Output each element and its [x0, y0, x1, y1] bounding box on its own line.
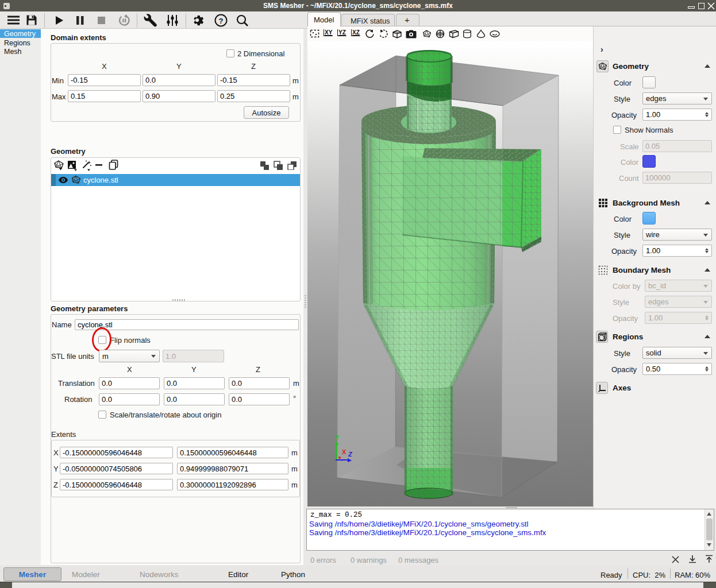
svg-text:Z: Z — [348, 451, 353, 458]
svg-text:X: X — [342, 448, 347, 455]
svg-text:?: ? — [219, 17, 224, 25]
svg-text:Y: Y — [335, 434, 340, 441]
